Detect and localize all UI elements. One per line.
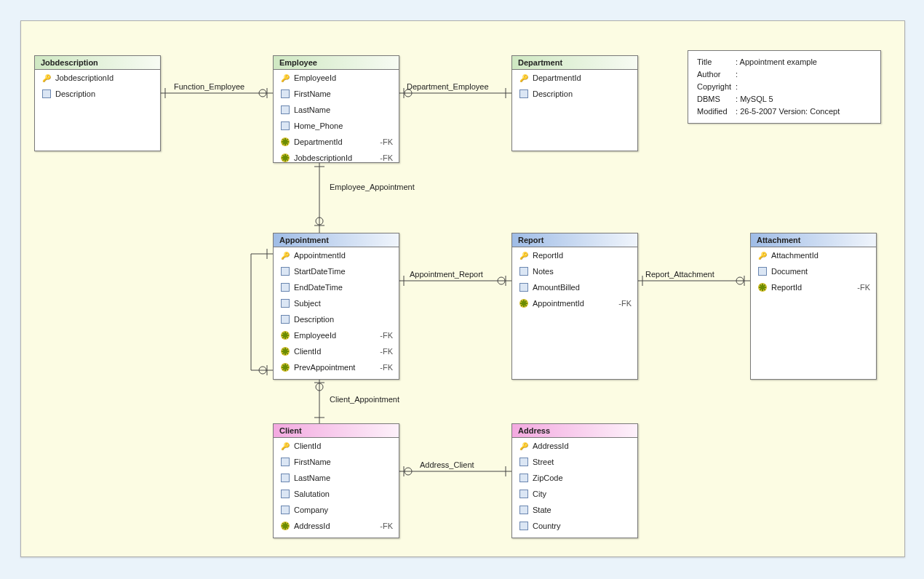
entity-header[interactable]: Report bbox=[512, 233, 637, 247]
field-name: Home_Phone bbox=[291, 121, 393, 130]
entity-field[interactable]: FirstName bbox=[274, 86, 399, 102]
entity-field[interactable]: StartDateTime bbox=[274, 263, 399, 279]
entity-field[interactable]: Company bbox=[274, 502, 399, 518]
entity-field[interactable]: PrevAppointment-FK bbox=[274, 359, 399, 375]
entity-field[interactable]: FirstName bbox=[274, 454, 399, 470]
key-icon bbox=[279, 74, 291, 82]
entity-header[interactable]: Client bbox=[274, 424, 399, 438]
entity-field[interactable]: DepartmentId bbox=[512, 70, 637, 86]
entity-header[interactable]: Address bbox=[512, 424, 637, 438]
entity-field[interactable]: City bbox=[512, 486, 637, 502]
entity-field[interactable]: LastName bbox=[274, 470, 399, 486]
entity-field[interactable]: Description bbox=[512, 86, 637, 102]
entity-field[interactable]: EndDateTime bbox=[274, 279, 399, 295]
key-icon bbox=[518, 252, 530, 260]
entity-field[interactable]: LastName bbox=[274, 102, 399, 118]
entity-field[interactable]: AddressId-FK bbox=[274, 518, 399, 534]
entity-field[interactable]: EmployeeId bbox=[274, 70, 399, 86]
entity-jobdescription[interactable]: JobdescriptionJobdescriptionIdDescriptio… bbox=[34, 55, 161, 151]
entity-attachment[interactable]: AttachmentAttachmentIdDocumentReportId-F… bbox=[750, 233, 877, 380]
entity-client[interactable]: ClientClientIdFirstNameLastNameSalutatio… bbox=[273, 423, 399, 538]
key-icon bbox=[757, 252, 768, 260]
entity-header[interactable]: Attachment bbox=[751, 233, 876, 247]
entity-field[interactable]: ClientId-FK bbox=[274, 343, 399, 359]
entity-field[interactable]: Document bbox=[751, 263, 876, 279]
field-name: ReportId bbox=[768, 283, 853, 292]
entity-address[interactable]: AddressAddressIdStreetZipCodeCityStateCo… bbox=[511, 423, 638, 538]
entity-field[interactable]: Notes bbox=[512, 263, 637, 279]
entity-header[interactable]: Jobdescription bbox=[35, 56, 160, 70]
entity-field[interactable]: Description bbox=[35, 86, 160, 102]
field-name: DepartmentId bbox=[530, 73, 632, 82]
column-icon bbox=[41, 89, 52, 98]
fk-icon bbox=[279, 347, 291, 356]
rel-report-attachment: Report_Attachment bbox=[645, 270, 714, 279]
entity-field[interactable]: State bbox=[512, 502, 637, 518]
fk-icon bbox=[279, 137, 291, 146]
column-icon bbox=[279, 89, 291, 98]
entity-employee[interactable]: EmployeeEmployeeIdFirstNameLastNameHome_… bbox=[273, 55, 399, 163]
column-icon bbox=[279, 458, 291, 466]
field-name: Salutation bbox=[291, 490, 393, 498]
fk-icon bbox=[518, 299, 530, 308]
field-name: ReportId bbox=[530, 251, 632, 260]
entity-field[interactable]: ReportId-FK bbox=[751, 279, 876, 295]
entity-field[interactable]: AttachmentId bbox=[751, 247, 876, 263]
entity-field[interactable]: ClientId bbox=[274, 438, 399, 454]
entity-field[interactable]: AppointmentId-FK bbox=[512, 295, 637, 311]
rel-department-employee: Department_Employee bbox=[407, 82, 489, 91]
entity-department[interactable]: DepartmentDepartmentIdDescription bbox=[511, 55, 638, 151]
info-title-label: Title bbox=[697, 57, 734, 68]
field-name: Description bbox=[530, 89, 632, 98]
entity-field[interactable]: Subject bbox=[274, 295, 399, 311]
info-dbms-label: DBMS bbox=[697, 94, 734, 105]
entity-field[interactable]: EmployeeId-FK bbox=[274, 327, 399, 343]
info-author-label: Author bbox=[697, 69, 734, 80]
entity-field[interactable]: JobdescriptionId bbox=[35, 70, 160, 86]
field-name: ClientId bbox=[291, 347, 375, 356]
entity-field[interactable]: ZipCode bbox=[512, 470, 637, 486]
field-suffix: -FK bbox=[375, 522, 393, 530]
field-name: AttachmentId bbox=[768, 251, 870, 260]
fk-icon bbox=[279, 522, 291, 530]
entity-header[interactable]: Department bbox=[512, 56, 637, 70]
column-icon bbox=[279, 105, 291, 114]
field-name: Subject bbox=[291, 299, 393, 308]
field-suffix: -FK bbox=[375, 137, 393, 146]
info-modified-label: Modified bbox=[697, 106, 734, 117]
svg-point-25 bbox=[316, 383, 323, 391]
field-name: JobdescriptionId bbox=[291, 153, 375, 162]
entity-field[interactable]: DepartmentId-FK bbox=[274, 134, 399, 150]
field-name: Description bbox=[52, 89, 154, 98]
key-icon bbox=[518, 74, 530, 82]
entity-field[interactable]: Country bbox=[512, 518, 637, 534]
entity-field[interactable]: Street bbox=[512, 454, 637, 470]
fk-icon bbox=[279, 363, 291, 372]
entity-appointment[interactable]: AppointmentAppointmentIdStartDateTimeEnd… bbox=[273, 233, 399, 380]
entity-header[interactable]: Employee bbox=[274, 56, 399, 70]
field-name: LastName bbox=[291, 474, 393, 482]
field-name: FirstName bbox=[291, 89, 393, 98]
field-name: Description bbox=[291, 315, 393, 324]
entity-header[interactable]: Appointment bbox=[274, 233, 399, 247]
field-suffix: -FK bbox=[853, 283, 870, 292]
entity-field[interactable]: AppointmentId bbox=[274, 247, 399, 263]
column-icon bbox=[279, 474, 291, 482]
entity-report[interactable]: ReportReportIdNotesAmountBilledAppointme… bbox=[511, 233, 638, 380]
column-icon bbox=[518, 474, 530, 482]
entity-field[interactable]: JobdescriptionId-FK bbox=[274, 150, 399, 166]
field-name: ZipCode bbox=[530, 474, 632, 482]
entity-field[interactable]: Home_Phone bbox=[274, 118, 399, 134]
entity-field[interactable]: Description bbox=[274, 311, 399, 327]
info-box: Title: Appointment example Author: Copyr… bbox=[688, 50, 881, 124]
column-icon bbox=[279, 267, 291, 276]
entity-field[interactable]: AddressId bbox=[512, 438, 637, 454]
column-icon bbox=[518, 490, 530, 498]
svg-point-14 bbox=[259, 367, 266, 374]
svg-point-3 bbox=[259, 89, 266, 97]
entity-field[interactable]: Salutation bbox=[274, 486, 399, 502]
column-icon bbox=[279, 121, 291, 130]
entity-field[interactable]: AmountBilled bbox=[512, 279, 637, 295]
entity-field[interactable]: ReportId bbox=[512, 247, 637, 263]
key-icon bbox=[518, 442, 530, 450]
